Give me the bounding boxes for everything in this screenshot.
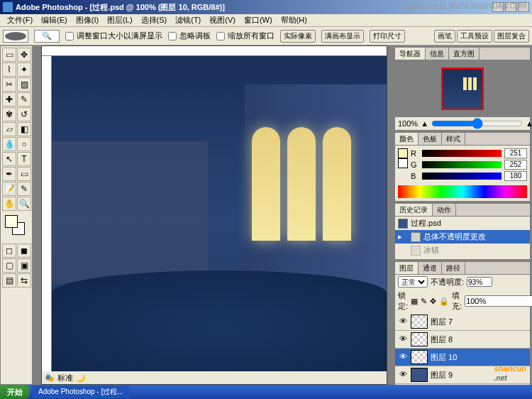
dodge-tool[interactable]: ○ xyxy=(17,137,31,151)
fit-canvas-button[interactable]: 满画布显示 xyxy=(321,30,364,43)
menu-file[interactable]: 文件(F) xyxy=(3,13,37,27)
layer-thumbnail[interactable] xyxy=(411,315,428,329)
fill-input[interactable] xyxy=(465,295,532,307)
history-item[interactable]: 冰镇 xyxy=(395,244,530,257)
zoom-tool[interactable]: 🔍 xyxy=(17,197,31,211)
zoom-out-icon[interactable]: ▲ xyxy=(421,119,428,128)
taskbar-item[interactable]: Adobe Photoshop - [过程... xyxy=(33,386,129,398)
layer-comps-tab[interactable]: 图层复合 xyxy=(494,30,529,43)
stamp-tool[interactable]: ✾ xyxy=(2,107,16,121)
blend-mode-select[interactable]: 正常 xyxy=(398,276,428,288)
move-tool[interactable]: ✥ xyxy=(17,48,31,62)
eraser-tool[interactable]: ▱ xyxy=(2,122,16,136)
navigator-thumbnail[interactable] xyxy=(441,67,484,110)
history-item[interactable]: ▸ 总体不透明度更改 xyxy=(395,230,530,244)
quickmask-mode[interactable]: ◼ xyxy=(17,244,31,258)
layer-thumbnail[interactable] xyxy=(411,350,428,364)
tab-swatches[interactable]: 色板 xyxy=(419,133,442,145)
standard-mode[interactable]: ◻ xyxy=(2,244,16,258)
color-preview[interactable] xyxy=(398,148,408,182)
b-slider[interactable] xyxy=(422,173,501,180)
start-button[interactable]: 开始 xyxy=(0,385,30,399)
zoom-in-icon[interactable]: ▲ xyxy=(526,119,532,128)
visibility-icon[interactable]: 👁 xyxy=(398,370,408,380)
crop-tool[interactable]: ✂ xyxy=(2,77,16,92)
hand-tool[interactable]: ✋ xyxy=(2,197,16,211)
lock-all-icon[interactable]: 🔒 xyxy=(439,297,449,306)
history-snapshot[interactable]: 过程.psd xyxy=(395,217,530,230)
menu-window[interactable]: 窗口(W) xyxy=(240,13,277,27)
tab-actions[interactable]: 动作 xyxy=(433,204,456,216)
menu-select[interactable]: 选择(S) xyxy=(137,13,172,27)
menu-layer[interactable]: 图层(L) xyxy=(103,13,136,27)
zoom-slider[interactable] xyxy=(431,120,523,127)
path-tool[interactable]: ↖ xyxy=(2,152,16,166)
r-slider[interactable] xyxy=(422,150,501,157)
type-tool[interactable]: T xyxy=(17,152,31,166)
g-value[interactable]: 252 xyxy=(504,160,527,170)
menu-help[interactable]: 帮助(H) xyxy=(277,13,311,27)
pen-tool[interactable]: ✒ xyxy=(2,167,16,181)
lock-position-icon[interactable]: ✥ xyxy=(430,297,436,306)
actual-pixels-button[interactable]: 实际像素 xyxy=(280,30,316,43)
navigator-preview[interactable] xyxy=(395,60,530,117)
tab-history[interactable]: 历史记录 xyxy=(395,204,433,216)
canvas[interactable] xyxy=(52,56,387,384)
opacity-input[interactable] xyxy=(467,277,492,287)
tool-presets-tab[interactable]: 工具预设 xyxy=(457,30,492,43)
fit-screen-option[interactable]: 调整窗口大小以满屏显示 xyxy=(65,31,162,41)
layer-thumbnail[interactable] xyxy=(411,368,428,382)
lasso-tool[interactable]: ⌇ xyxy=(2,62,16,77)
screen-mode-2[interactable]: ▣ xyxy=(17,258,31,273)
layer-item[interactable]: 👁 图层 8 xyxy=(395,331,530,349)
lock-transparency-icon[interactable]: ▦ xyxy=(411,297,418,306)
heal-tool[interactable]: ✚ xyxy=(2,92,16,106)
imageready-button[interactable]: ⇆ xyxy=(17,273,31,288)
tab-styles[interactable]: 样式 xyxy=(442,133,465,145)
visibility-icon[interactable]: 👁 xyxy=(398,317,408,327)
slice-tool[interactable]: ▨ xyxy=(17,77,31,92)
brushes-tab[interactable]: 画笔 xyxy=(434,30,455,43)
notes-tool[interactable]: 📝 xyxy=(2,182,16,196)
color-ramp[interactable] xyxy=(398,185,527,198)
tab-layers[interactable]: 图层 xyxy=(395,262,419,274)
fit-screen-checkbox[interactable] xyxy=(65,32,74,40)
gradient-tool[interactable]: ◧ xyxy=(17,122,31,136)
menu-edit[interactable]: 编辑(E) xyxy=(37,13,72,27)
tab-navigator[interactable]: 导航器 xyxy=(395,48,426,60)
layer-item[interactable]: 👁 图层 7 xyxy=(395,313,530,331)
zoom-all-option[interactable]: 缩放所有窗口 xyxy=(216,31,275,41)
visibility-icon[interactable]: 👁 xyxy=(398,352,408,362)
b-value[interactable]: 180 xyxy=(504,171,527,181)
foreground-color[interactable] xyxy=(5,215,18,228)
marquee-tool[interactable]: ▭ xyxy=(2,48,16,62)
ignore-palettes-option[interactable]: 忽略调板 xyxy=(168,31,211,41)
ruler-vertical[interactable] xyxy=(42,56,52,384)
menu-view[interactable]: 视图(V) xyxy=(205,13,240,27)
ignore-palettes-checkbox[interactable] xyxy=(168,32,177,40)
layer-thumbnail[interactable] xyxy=(411,332,428,346)
zoom-all-checkbox[interactable] xyxy=(216,32,225,40)
history-brush-tool[interactable]: ↺ xyxy=(17,107,31,121)
tab-histogram[interactable]: 直方图 xyxy=(449,48,480,60)
tab-channels[interactable]: 通道 xyxy=(419,262,442,274)
visibility-icon[interactable]: 👁 xyxy=(398,334,408,344)
menu-filter[interactable]: 滤镜(T) xyxy=(171,13,205,27)
screen-mode-3[interactable]: ▤ xyxy=(2,273,16,288)
tab-paths[interactable]: 路径 xyxy=(442,262,465,274)
tab-color[interactable]: 颜色 xyxy=(395,133,419,145)
ruler-horizontal[interactable] xyxy=(42,46,387,56)
eyedropper-tool[interactable]: ✎ xyxy=(17,182,31,196)
blur-tool[interactable]: 💧 xyxy=(2,137,16,151)
brush-tool[interactable]: ✎ xyxy=(17,92,31,106)
shape-tool[interactable]: ▭ xyxy=(17,167,31,181)
tab-info[interactable]: 信息 xyxy=(426,48,449,60)
lock-pixels-icon[interactable]: ✎ xyxy=(421,297,427,306)
zoom-swatch[interactable]: 🔍 xyxy=(34,30,60,43)
menu-image[interactable]: 图像(I) xyxy=(72,13,103,27)
screen-mode-1[interactable]: ▢ xyxy=(2,258,16,273)
tool-preset-swatch[interactable] xyxy=(3,30,28,43)
r-value[interactable]: 251 xyxy=(504,148,527,158)
g-slider[interactable] xyxy=(422,161,501,168)
print-size-button[interactable]: 打印尺寸 xyxy=(370,30,405,43)
